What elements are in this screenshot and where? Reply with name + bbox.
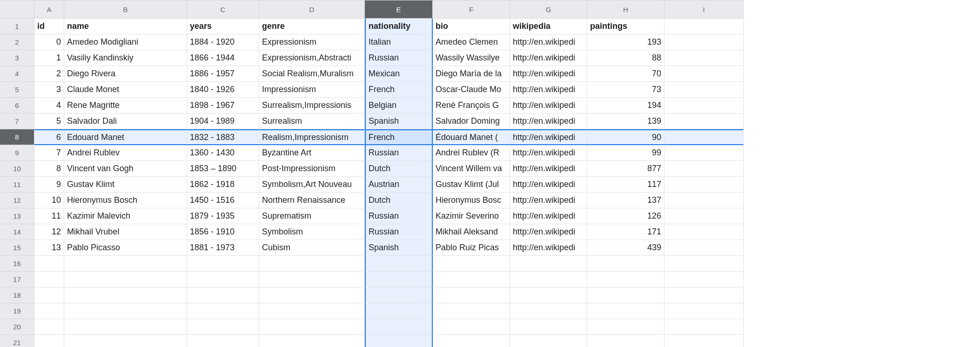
cell-A14[interactable]: 12: [34, 224, 64, 240]
cell-I9[interactable]: [665, 145, 744, 161]
cell-D16[interactable]: [259, 256, 365, 272]
cell-H13[interactable]: 126: [587, 208, 665, 224]
cell-D21[interactable]: [259, 335, 365, 347]
cell-D4[interactable]: Social Realism,Muralism: [259, 66, 365, 82]
cell-D13[interactable]: Suprematism: [259, 208, 365, 224]
cell-H2[interactable]: 193: [587, 34, 665, 50]
cell-B17[interactable]: [64, 272, 187, 287]
cell-H16[interactable]: [587, 256, 665, 272]
cell-F10[interactable]: Vincent Willem va: [433, 161, 510, 177]
cell-F17[interactable]: [433, 272, 510, 287]
cell-B15[interactable]: Pablo Picasso: [64, 240, 187, 256]
cell-D14[interactable]: Symbolism: [259, 224, 365, 240]
row-header-4[interactable]: 4: [0, 66, 34, 82]
cell-B4[interactable]: Diego Rivera: [64, 66, 187, 82]
cell-G18[interactable]: [510, 287, 587, 303]
cell-H14[interactable]: 171: [587, 224, 665, 240]
cell-C3[interactable]: 1866 - 1944: [187, 50, 259, 66]
cell-D17[interactable]: [259, 272, 365, 287]
cell-A6[interactable]: 4: [34, 98, 64, 113]
cell-C2[interactable]: 1884 - 1920: [187, 34, 259, 50]
cell-B11[interactable]: Gustav Klimt: [64, 177, 187, 193]
cell-I3[interactable]: [665, 50, 744, 66]
column-header-D[interactable]: D: [259, 0, 365, 19]
column-header-I[interactable]: I: [665, 0, 744, 19]
row-header-5[interactable]: 5: [0, 82, 34, 98]
cell-E8[interactable]: French: [365, 129, 433, 145]
column-header-F[interactable]: F: [433, 0, 510, 19]
cell-F6[interactable]: René François G: [433, 98, 510, 113]
cell-A5[interactable]: 3: [34, 82, 64, 98]
cell-F14[interactable]: Mikhail Aleksand: [433, 224, 510, 240]
cell-F13[interactable]: Kazimir Severino: [433, 208, 510, 224]
column-header-A[interactable]: A: [34, 0, 64, 19]
cell-D8[interactable]: Realism,Impressionism: [259, 129, 365, 145]
cell-G12[interactable]: http://en.wikipedi: [510, 193, 587, 208]
row-header-14[interactable]: 14: [0, 224, 34, 240]
cell-H18[interactable]: [587, 287, 665, 303]
cell-I8[interactable]: [665, 129, 744, 145]
cell-H5[interactable]: 73: [587, 82, 665, 98]
cell-D18[interactable]: [259, 287, 365, 303]
row-header-17[interactable]: 17: [0, 272, 34, 287]
cell-G1[interactable]: wikipedia: [510, 19, 587, 34]
cell-G15[interactable]: http://en.wikipedi: [510, 240, 587, 256]
cell-F5[interactable]: Oscar-Claude Mo: [433, 82, 510, 98]
cell-E20[interactable]: [365, 319, 433, 335]
cell-E3[interactable]: Russian: [365, 50, 433, 66]
row-header-9[interactable]: 9: [0, 145, 34, 161]
cell-C13[interactable]: 1879 - 1935: [187, 208, 259, 224]
cell-D11[interactable]: Symbolism,Art Nouveau: [259, 177, 365, 193]
cell-A20[interactable]: [34, 319, 64, 335]
row-header-20[interactable]: 20: [0, 319, 34, 335]
cell-I5[interactable]: [665, 82, 744, 98]
cell-G19[interactable]: [510, 303, 587, 319]
row-header-12[interactable]: 12: [0, 193, 34, 208]
cell-H21[interactable]: [587, 335, 665, 347]
cell-B9[interactable]: Andrei Rublev: [64, 145, 187, 161]
cell-G2[interactable]: http://en.wikipedi: [510, 34, 587, 50]
row-header-8[interactable]: 8: [0, 129, 34, 145]
cell-A21[interactable]: [34, 335, 64, 347]
cell-F11[interactable]: Gustav Klimt (Jul: [433, 177, 510, 193]
cell-E2[interactable]: Italian: [365, 34, 433, 50]
cell-C14[interactable]: 1856 - 1910: [187, 224, 259, 240]
cell-I7[interactable]: [665, 113, 744, 129]
column-header-G[interactable]: G: [510, 0, 587, 19]
cell-E18[interactable]: [365, 287, 433, 303]
cell-E19[interactable]: [365, 303, 433, 319]
row-header-16[interactable]: 16: [0, 256, 34, 272]
cell-D9[interactable]: Byzantine Art: [259, 145, 365, 161]
cell-D10[interactable]: Post-Impressionism: [259, 161, 365, 177]
row-header-18[interactable]: 18: [0, 287, 34, 303]
cell-C1[interactable]: years: [187, 19, 259, 34]
column-header-B[interactable]: B: [64, 0, 187, 19]
cell-B3[interactable]: Vasiliy Kandinskiy: [64, 50, 187, 66]
cell-E6[interactable]: Belgian: [365, 98, 433, 113]
cell-F2[interactable]: Amedeo Clemen: [433, 34, 510, 50]
cell-A9[interactable]: 7: [34, 145, 64, 161]
cell-A10[interactable]: 8: [34, 161, 64, 177]
cell-E1[interactable]: nationality: [365, 19, 433, 34]
cell-C8[interactable]: 1832 - 1883: [187, 129, 259, 145]
cell-H3[interactable]: 88: [587, 50, 665, 66]
cell-H19[interactable]: [587, 303, 665, 319]
cell-E21[interactable]: [365, 335, 433, 347]
cell-C5[interactable]: 1840 - 1926: [187, 82, 259, 98]
cell-A19[interactable]: [34, 303, 64, 319]
cell-D6[interactable]: Surrealism,Impressionis: [259, 98, 365, 113]
cell-I18[interactable]: [665, 287, 744, 303]
cell-C9[interactable]: 1360 - 1430: [187, 145, 259, 161]
cell-C6[interactable]: 1898 - 1967: [187, 98, 259, 113]
cell-F19[interactable]: [433, 303, 510, 319]
cell-C4[interactable]: 1886 - 1957: [187, 66, 259, 82]
cell-A11[interactable]: 9: [34, 177, 64, 193]
cell-C16[interactable]: [187, 256, 259, 272]
cell-E13[interactable]: Russian: [365, 208, 433, 224]
cell-B2[interactable]: Amedeo Modigliani: [64, 34, 187, 50]
cell-D12[interactable]: Northern Renaissance: [259, 193, 365, 208]
cell-I12[interactable]: [665, 193, 744, 208]
row-header-3[interactable]: 3: [0, 50, 34, 66]
cell-B14[interactable]: Mikhail Vrubel: [64, 224, 187, 240]
cell-I15[interactable]: [665, 240, 744, 256]
